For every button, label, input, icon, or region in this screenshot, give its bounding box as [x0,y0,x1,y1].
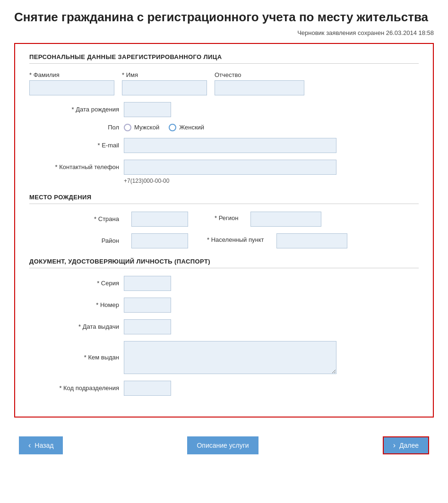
settlement-label: * Населенный пункт [207,236,264,243]
patronymic-input[interactable] [215,80,304,95]
division-code-input[interactable] [124,381,171,396]
form-card: ПЕРСОНАЛЬНЫЕ ДАННЫЕ ЗАРЕГИСТРИРОВАННОГО … [14,43,434,418]
country-label: * Страна [29,215,119,222]
bottom-bar: ‹ Назад Описание услуги › Далее [14,427,434,459]
phone-label: * Контактный телефон [29,163,119,171]
number-row: * Номер [29,298,419,313]
name-input[interactable] [122,80,207,95]
page-title: Снятие гражданина с регистрационного уче… [14,9,434,26]
phone-hint: +7(123)000-00-00 [124,178,419,184]
back-label: Назад [34,442,53,449]
patronymic-label: Отчество [215,71,304,78]
back-icon: ‹ [28,441,31,450]
division-code-label: * Код подразделения [29,384,119,392]
description-button[interactable]: Описание услуги [187,436,258,454]
division-code-row: * Код подразделения [29,381,419,396]
series-row: * Серия [29,276,419,291]
back-button[interactable]: ‹ Назад [19,436,63,454]
next-label: Далее [399,442,419,449]
number-label: * Номер [29,301,119,308]
gender-female-label: Женский [179,124,204,131]
birthplace-section-title: МЕСТО РОЖДЕНИЯ [29,194,419,204]
birthplace-section: МЕСТО РОЖДЕНИЯ * Страна * Регион Район *… [29,194,419,248]
personal-section-title: ПЕРСОНАЛЬНЫЕ ДАННЫЕ ЗАРЕГИСТРИРОВАННОГО … [29,53,419,64]
gender-male-option[interactable]: Мужской [124,124,159,131]
email-label: * E-mail [29,142,119,149]
gender-male-label: Мужской [134,124,159,131]
page-wrapper: Снятие гражданина с регистрационного уче… [0,0,448,503]
surname-group: * Фамилия [29,71,114,95]
surname-input[interactable] [29,80,114,95]
document-section-title: ДОКУМЕНТ, УДОСТОВЕРЯЮЩИЙ ЛИЧНОСТЬ (ПАСПО… [29,258,419,268]
issue-date-row: * Дата выдачи [29,319,419,334]
issued-by-input[interactable] [124,341,336,374]
issue-date-input[interactable] [124,319,171,334]
issue-date-label: * Дата выдачи [29,323,119,330]
description-label: Описание услуги [197,442,249,449]
region-input[interactable] [250,212,321,227]
number-input[interactable] [124,298,171,313]
gender-row: Пол Мужской Женский [29,124,419,131]
district-settlement-row: Район * Населенный пункт [29,233,419,248]
region-label: * Регион [215,214,238,222]
next-icon: › [393,441,396,450]
radio-female-icon [169,124,176,131]
surname-label: * Фамилия [29,71,114,78]
name-label: * Имя [122,71,207,78]
birthdate-input[interactable] [124,102,171,117]
district-label: Район [29,237,119,244]
settlement-input[interactable] [276,233,347,248]
patronymic-group: Отчество [215,71,304,95]
issued-by-row: * Кем выдан [29,341,419,374]
birthdate-label: * Дата рождения [29,106,119,113]
email-row: * E-mail [29,138,419,153]
phone-input[interactable] [124,160,336,175]
name-group: * Имя [122,71,207,95]
birthdate-row: * Дата рождения [29,102,419,117]
series-label: * Серия [29,280,119,287]
radio-male-icon [124,124,131,131]
email-input[interactable] [124,138,336,153]
next-button[interactable]: › Далее [383,436,429,454]
country-input[interactable] [131,212,188,227]
district-input[interactable] [131,233,188,248]
document-section: ДОКУМЕНТ, УДОСТОВЕРЯЮЩИЙ ЛИЧНОСТЬ (ПАСПО… [29,258,419,396]
series-input[interactable] [124,276,171,291]
issued-by-label: * Кем выдан [29,354,119,361]
name-row: * Фамилия * Имя Отчество [29,71,419,95]
gender-label: Пол [29,124,119,131]
gender-options: Мужской Женский [124,124,204,131]
gender-female-option[interactable]: Женский [169,124,204,131]
draft-info: Черновик заявления сохранен 26.03.2014 1… [14,29,434,36]
personal-section: ПЕРСОНАЛЬНЫЕ ДАННЫЕ ЗАРЕГИСТРИРОВАННОГО … [29,53,419,184]
phone-row: * Контактный телефон [29,160,419,175]
country-region-row: * Страна * Регион [29,212,419,227]
